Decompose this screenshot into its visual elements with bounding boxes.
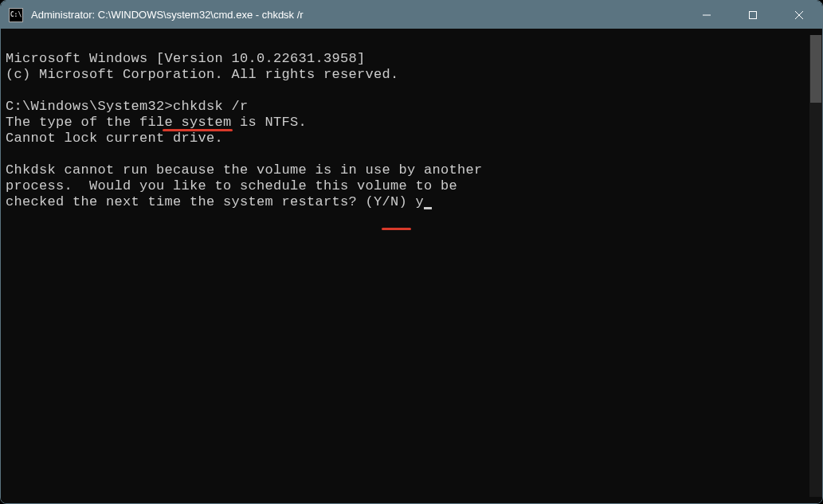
output-line: Cannot lock current drive. bbox=[6, 131, 809, 147]
output-line: process. Would you like to schedule this… bbox=[6, 178, 809, 194]
prompt-path: C:\Windows\System32> bbox=[6, 99, 173, 114]
close-button[interactable] bbox=[776, 1, 822, 29]
user-answer: y bbox=[416, 194, 425, 209]
output-line: The type of the file system is NTFS. bbox=[6, 115, 809, 131]
output-prompt-line: checked the next time the system restart… bbox=[6, 194, 809, 210]
version-line: Microsoft Windows [Version 10.0.22631.39… bbox=[6, 51, 809, 67]
terminal-output[interactable]: Microsoft Windows [Version 10.0.22631.39… bbox=[1, 29, 822, 503]
maximize-icon bbox=[748, 10, 758, 20]
annotation-underline bbox=[382, 228, 411, 230]
minimize-icon bbox=[702, 10, 711, 20]
prompt-line: C:\Windows\System32>chkdsk /r bbox=[6, 99, 809, 115]
cmd-icon: C:\ bbox=[9, 8, 23, 22]
window-title: Administrator: C:\WINDOWS\system32\cmd.e… bbox=[31, 9, 684, 21]
svg-rect-1 bbox=[750, 11, 757, 18]
scrollbar-thumb[interactable] bbox=[810, 35, 821, 103]
text-cursor bbox=[424, 207, 432, 209]
minimize-button[interactable] bbox=[684, 1, 730, 29]
terminal-text: Microsoft Windows [Version 10.0.22631.39… bbox=[6, 35, 809, 497]
scrollbar-track[interactable] bbox=[809, 35, 822, 497]
output-line: Chkdsk cannot run because the volume is … bbox=[6, 162, 809, 178]
copyright-line: (c) Microsoft Corporation. All rights re… bbox=[6, 67, 809, 83]
cmd-window: C:\ Administrator: C:\WINDOWS\system32\c… bbox=[0, 0, 823, 504]
prompt-command: chkdsk /r bbox=[173, 99, 249, 114]
window-controls bbox=[684, 1, 822, 29]
titlebar[interactable]: C:\ Administrator: C:\WINDOWS\system32\c… bbox=[1, 1, 822, 29]
maximize-button[interactable] bbox=[730, 1, 776, 29]
close-icon bbox=[794, 10, 804, 20]
annotation-underline bbox=[163, 129, 233, 131]
